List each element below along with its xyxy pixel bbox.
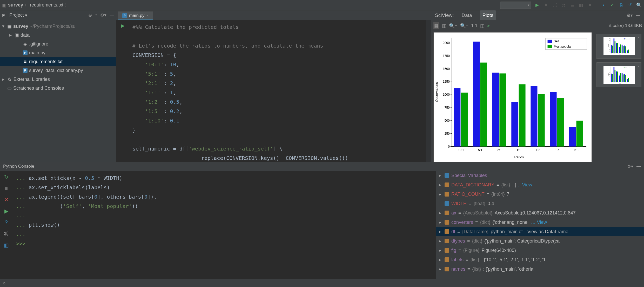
- variable-value: {'otherlang_none': … View: [493, 220, 547, 225]
- svg-text:1:2: 1:2: [536, 148, 540, 152]
- target-icon[interactable]: ⊕: [88, 12, 92, 18]
- tab-plots[interactable]: Plots: [480, 10, 496, 20]
- tree-file-requirements[interactable]: · ≡ requirements.txt: [0, 57, 116, 66]
- zoom-in-icon[interactable]: 🔍+: [449, 23, 458, 29]
- hide-icon[interactable]: —: [636, 164, 641, 169]
- chevron-right-icon[interactable]: ▸: [439, 210, 442, 216]
- plot-thumbnail[interactable]: ×: [596, 62, 641, 87]
- variable-row[interactable]: ▸ names = {list} : ['python_main', 'othe…: [436, 264, 644, 274]
- run-cell-icon[interactable]: ▶: [121, 23, 125, 29]
- hide-icon[interactable]: —: [636, 13, 640, 18]
- tree-external-libraries[interactable]: ▸ ⛭ External Libraries: [0, 75, 116, 84]
- run-icon[interactable]: ▶: [534, 2, 540, 8]
- debug-icon[interactable]: ✸: [543, 2, 549, 8]
- project-tree[interactable]: ▾ ▣ survey ~/PycharmProjects/su ▸ ▣ data…: [0, 20, 116, 94]
- close-icon[interactable]: ✕: [4, 197, 9, 203]
- chevron-right-icon[interactable]: ▸: [439, 219, 442, 225]
- variable-row[interactable]: ▸ DATA_DICTIONARY = {list} : [… View: [436, 180, 644, 190]
- gear-icon[interactable]: ⚙▾: [627, 164, 633, 169]
- git-commit-icon[interactable]: ✓: [609, 2, 615, 8]
- show-toolwindows-icon[interactable]: »: [3, 280, 5, 286]
- settings-icon[interactable]: ⌘: [4, 231, 9, 237]
- profile-icon[interactable]: ◔: [560, 2, 567, 8]
- chevron-down-icon: ▾: [528, 3, 529, 7]
- console-header[interactable]: Python Console: [0, 162, 436, 171]
- run-icon[interactable]: ▶: [4, 208, 8, 214]
- variables-list[interactable]: ▸ Special Variables ▸ DATA_DICTIONARY = …: [436, 171, 644, 279]
- tree-root[interactable]: ▾ ▣ survey ~/PycharmProjects/su: [0, 22, 116, 31]
- help-icon[interactable]: ?: [5, 219, 8, 225]
- rerun-icon[interactable]: ↻: [4, 174, 9, 180]
- concurrency-icon[interactable]: ≣: [569, 2, 575, 8]
- zoom-out-icon[interactable]: 🔍−: [460, 23, 469, 29]
- actual-size-icon[interactable]: ▥: [442, 23, 446, 29]
- editor-gutter[interactable]: ▶: [116, 20, 129, 162]
- editor-minimap-gutter[interactable]: [426, 20, 431, 162]
- gear-icon[interactable]: ⚙▾: [627, 13, 633, 18]
- chevron-right-icon[interactable]: ▸: [439, 266, 442, 272]
- chevron-right-icon[interactable]: ▸: [439, 191, 442, 197]
- one-to-one-icon[interactable]: 1:1: [471, 23, 478, 29]
- plot-thumbnail[interactable]: ×: [596, 34, 641, 59]
- history-icon[interactable]: ↺: [627, 2, 633, 8]
- attach-icon[interactable]: ▮▮: [578, 2, 584, 8]
- chevron-right-icon[interactable]: ▸: [439, 257, 442, 263]
- variable-row[interactable]: ▸ df = {DataFrame} python_main ot…View a…: [436, 227, 644, 236]
- variable-row[interactable]: WIDTH = {float} 0.4: [436, 199, 644, 208]
- git-push-icon[interactable]: ⎘: [618, 2, 624, 8]
- plot-toolbar: ▦ ▥ 🔍+ 🔍− 1:1 ◫ ⸙ it color) 13.64KB: [431, 20, 644, 31]
- gear-icon[interactable]: ⚙▾: [100, 12, 106, 18]
- tree-file-main-py[interactable]: · P main.py: [0, 48, 116, 57]
- chevron-right-icon[interactable]: ▸: [9, 32, 13, 38]
- variable-row[interactable]: ▸ converters = {dict} {'otherlang_none':…: [436, 218, 644, 227]
- chevron-right-icon[interactable]: ▸: [439, 173, 442, 178]
- variable-row[interactable]: ▸ labels = {list} : ['10:1', '5:1', '2:1…: [436, 255, 644, 264]
- variable-row[interactable]: ▸ Special Variables: [436, 171, 644, 180]
- eyedropper-icon[interactable]: ⸙: [487, 23, 489, 29]
- tree-scratches[interactable]: · ▭ Scratches and Consoles: [0, 84, 116, 93]
- close-icon[interactable]: ×: [638, 64, 640, 68]
- variable-row[interactable]: ▸ ax = {AxesSubplot} AxesSubplot(0.12406…: [436, 208, 644, 218]
- tree-file-gitignore[interactable]: · ◈ .gitignore: [0, 40, 116, 48]
- svg-rect-45: [548, 40, 552, 43]
- svg-text:1:5: 1:5: [555, 148, 559, 152]
- search-icon[interactable]: 🔍: [636, 2, 642, 8]
- stop-icon[interactable]: ■: [5, 185, 8, 191]
- grid-icon[interactable]: ◫: [480, 23, 485, 29]
- chevron-right-icon[interactable]: ▸: [439, 229, 442, 234]
- variable-row[interactable]: ▸ RATIO_COUNT = {int64} 7: [436, 190, 644, 199]
- coverage-icon[interactable]: ⛶: [552, 2, 558, 8]
- breadcrumb-project[interactable]: survey: [8, 2, 23, 8]
- top-toolbar: ▾ ▶ ✸ ⛶ ◔ ≣ ▮▮ ■ ⭑ ✓ ⎘ ↺ 🔍: [500, 2, 642, 9]
- chevron-right-icon[interactable]: ▸: [439, 238, 442, 244]
- chevron-right-icon[interactable]: ▸: [439, 247, 442, 253]
- chevron-right-icon[interactable]: ▸: [439, 182, 442, 188]
- expand-icon[interactable]: ↕: [95, 12, 97, 18]
- variable-row[interactable]: ▸ dtypes = {dict} {'python_main': Catego…: [436, 236, 644, 246]
- code-editor[interactable]: #%% Calculate the predicted totals # Let…: [129, 20, 426, 162]
- variable-row[interactable]: ▸ fig = {Figure} Figure(640x480): [436, 246, 644, 255]
- folder-icon: ▣: [2, 2, 6, 8]
- svg-rect-28: [492, 73, 499, 146]
- hide-icon[interactable]: —: [110, 12, 114, 18]
- close-icon[interactable]: ×: [147, 14, 149, 18]
- sciview-tabs: SciView: Data Plots ⚙▾ —: [431, 10, 644, 20]
- project-view-selector[interactable]: Project ▾: [7, 11, 29, 19]
- tab-data[interactable]: Data: [459, 10, 475, 20]
- chevron-down-icon[interactable]: ▾: [2, 23, 6, 29]
- breadcrumb[interactable]: ▣ survey 〉 requirements.txt 〉: [2, 2, 69, 8]
- console-input-area[interactable]: ... ax.set_xticks(x - 0.5 * WIDTH) ... a…: [12, 171, 436, 279]
- git-pull-icon[interactable]: ⭑: [600, 2, 607, 8]
- fit-icon[interactable]: ▦: [433, 22, 439, 29]
- run-config-selector[interactable]: ▾: [500, 2, 531, 9]
- python-icon[interactable]: ◧: [4, 242, 9, 248]
- close-icon[interactable]: ×: [638, 36, 640, 40]
- tab-main-py[interactable]: P main.py ×: [118, 11, 153, 20]
- tree-folder-data[interactable]: ▸ ▣ data: [0, 31, 116, 40]
- variable-type-icon: [445, 173, 449, 178]
- breadcrumb-file[interactable]: requirements.txt: [30, 2, 63, 8]
- chevron-right-icon[interactable]: ▸: [2, 76, 6, 82]
- tree-file-survey-data-dict[interactable]: · P survey_data_dictionary.py: [0, 66, 116, 75]
- plot-canvas[interactable]: 025050075010001250150017502000Observatio…: [433, 32, 592, 162]
- stop-icon[interactable]: ■: [587, 2, 593, 8]
